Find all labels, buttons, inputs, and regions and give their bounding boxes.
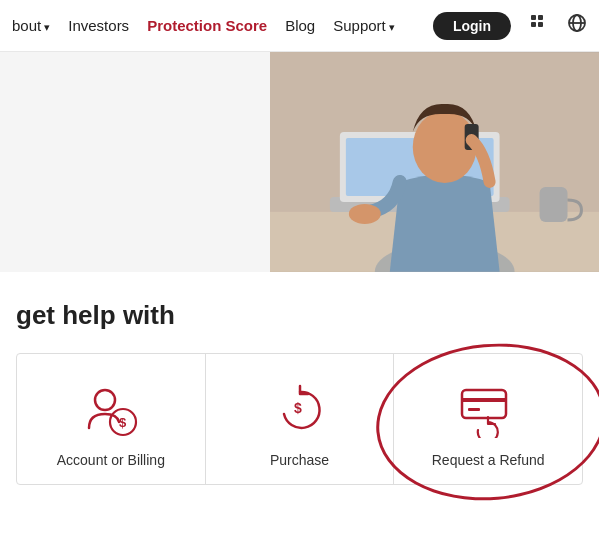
nav-investors[interactable]: Investors	[68, 17, 129, 34]
svg-text:$: $	[119, 415, 127, 430]
request-refund-card[interactable]: Request a Refund	[394, 354, 582, 484]
svg-rect-21	[462, 390, 506, 418]
grid-icon[interactable]	[529, 13, 549, 38]
refund-icon	[456, 376, 520, 440]
hero-section	[0, 52, 599, 272]
request-refund-label: Request a Refund	[432, 452, 545, 468]
purchase-icon: $	[268, 376, 332, 440]
help-section: get help with $ Account or Billing	[0, 272, 599, 501]
svg-rect-0	[531, 15, 536, 20]
globe-icon[interactable]	[567, 13, 587, 38]
cards-row: $ Account or Billing $ Purchase	[16, 353, 583, 485]
purchase-card[interactable]: $ Purchase	[206, 354, 395, 484]
svg-rect-12	[539, 187, 567, 222]
svg-point-17	[95, 390, 115, 410]
nav-blog[interactable]: Blog	[285, 17, 315, 34]
purchase-label: Purchase	[270, 452, 329, 468]
nav-protection-score[interactable]: Protection Score	[147, 17, 267, 34]
nav-about[interactable]: bout	[12, 17, 50, 34]
svg-rect-3	[538, 22, 543, 27]
navbar: bout Investors Protection Score Blog Sup…	[0, 0, 599, 52]
nav-support[interactable]: Support	[333, 17, 395, 34]
account-billing-icon: $	[79, 376, 143, 440]
hero-image	[270, 52, 599, 272]
svg-point-16	[348, 204, 380, 224]
svg-text:$: $	[294, 400, 302, 416]
login-button[interactable]: Login	[433, 12, 511, 40]
svg-rect-2	[531, 22, 536, 27]
account-billing-card[interactable]: $ Account or Billing	[17, 354, 206, 484]
account-billing-label: Account or Billing	[57, 452, 165, 468]
svg-rect-1	[538, 15, 543, 20]
help-title: get help with	[16, 300, 583, 331]
svg-rect-23	[468, 408, 480, 411]
